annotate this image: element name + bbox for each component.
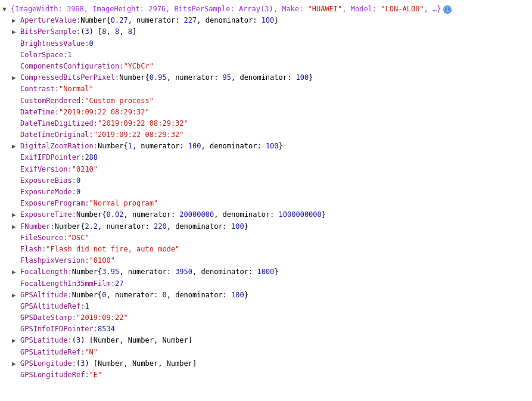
toggle-GPSAltitude[interactable] bbox=[12, 290, 20, 301]
toggle-GPSLongitude[interactable] bbox=[12, 359, 20, 369]
colon-ExifIFDPointer: : bbox=[80, 152, 85, 163]
toggle-FNumber[interactable] bbox=[12, 222, 20, 232]
tree-row-BrightnessValue: BrightnessValue: 0 bbox=[2, 38, 530, 49]
val-string-FlashpixVersion: "0100" bbox=[89, 255, 115, 266]
tree-row-FileSource: FileSource: "DSC" bbox=[2, 232, 530, 244]
val-type-DigitalZoomRation: Number bbox=[98, 141, 123, 152]
tree-row-ColorSpace: ColorSpace: 1 bbox=[2, 49, 530, 61]
val-detail-FNumber: {2.2, numerator: 220, denominator: 100} bbox=[80, 221, 248, 232]
children-container: ApertureValue: Number {0.27, numerator: … bbox=[2, 15, 530, 381]
val-detail-ApertureValue: {0.27, numerator: 227, denominator: 100} bbox=[107, 15, 279, 26]
colon-GPSLongitudeRef: : bbox=[85, 369, 89, 381]
colon-Flash: : bbox=[42, 244, 46, 255]
colon-ExposureMode: : bbox=[72, 186, 76, 198]
val-detail-GPSLongitude: (3) [Number, Number, Number] bbox=[76, 358, 197, 369]
tree-row-DateTimeOriginal: DateTimeOriginal: "2019:09:22 08:29:32" bbox=[2, 129, 530, 141]
key-ExposureProgram: ExposureProgram bbox=[20, 198, 85, 209]
val-detail-ExposureTime: {0.02, numerator: 20000000, denominator:… bbox=[102, 209, 326, 220]
key-ExifVersion: ExifVersion bbox=[20, 164, 67, 175]
tree-row-BitsPerSample: BitsPerSample: (3) [8, 8, 8] bbox=[2, 26, 530, 38]
val-number-FocalLengthIn35mmFilm: 27 bbox=[115, 278, 123, 290]
key-DigitalZoomRation: DigitalZoomRation bbox=[20, 141, 94, 152]
toggle-CompressedBitsPerPixel[interactable] bbox=[12, 73, 20, 83]
val-string-ComponentsConfiguration: "YCbCr" bbox=[123, 61, 154, 72]
toggle-FocalLength[interactable] bbox=[12, 267, 20, 278]
colon-ColorSpace: : bbox=[63, 49, 67, 61]
tree-row-ApertureValue: ApertureValue: Number {0.27, numerator: … bbox=[2, 15, 530, 26]
val-number-GPSAltitudeRef: 1 bbox=[85, 301, 89, 312]
colon-ApertureValue: : bbox=[76, 15, 80, 26]
val-detail-GPSAltitude: {0, numerator: 0, denominator: 100} bbox=[98, 290, 248, 301]
tree-row-FlashpixVersion: FlashpixVersion: "0100" bbox=[2, 255, 530, 266]
colon-GPSAltitude: : bbox=[67, 290, 71, 301]
colon-FlashpixVersion: : bbox=[85, 255, 89, 266]
tree-row-FNumber: FNumber: Number {2.2, numerator: 220, de… bbox=[2, 221, 530, 232]
tree-row-ExifVersion: ExifVersion: "0210" bbox=[2, 164, 530, 175]
colon-FileSource: : bbox=[63, 232, 67, 244]
colon-CustomRendered: : bbox=[80, 95, 85, 107]
toggle-GPSLatitude[interactable] bbox=[12, 335, 20, 346]
val-string-Flash: "Flash did not fire, auto mode" bbox=[46, 244, 179, 255]
val-detail-GPSLatitude: (3) [Number, Number, Number] bbox=[72, 335, 192, 346]
colon-GPSLatitudeRef: : bbox=[80, 347, 85, 358]
tree-row-DigitalZoomRation: DigitalZoomRation: Number {1, numerator:… bbox=[2, 141, 530, 152]
root-make-value: "HUAWEI" bbox=[308, 4, 343, 15]
key-ExposureTime: ExposureTime bbox=[20, 209, 72, 220]
root-model-value: "LON-AL00" bbox=[381, 4, 424, 15]
colon-DateTimeOriginal: : bbox=[89, 129, 94, 141]
key-GPSLatitude: GPSLatitude bbox=[20, 335, 67, 346]
root-row: {ImageWidth: 3968, ImageHeight: 2976, Bi… bbox=[2, 4, 530, 15]
tree-row-GPSLongitude: GPSLongitude: (3) [Number, Number, Numbe… bbox=[2, 358, 530, 369]
val-string-ExposureProgram: "Normal program" bbox=[89, 198, 158, 209]
key-GPSLongitudeRef: GPSLongitudeRef bbox=[20, 369, 85, 381]
tree-row-FocalLength: FocalLength: Number {3.95, numerator: 39… bbox=[2, 266, 530, 278]
tree-row-GPSLongitudeRef: GPSLongitudeRef: "E" bbox=[2, 369, 530, 381]
colon-DigitalZoomRation: : bbox=[94, 141, 98, 152]
toggle-BitsPerSample[interactable] bbox=[12, 27, 20, 38]
tree-row-DateTimeDigitized: DateTimeDigitized: "2019:09:22 08:29:32" bbox=[2, 118, 530, 129]
info-icon[interactable]: ⓘ bbox=[443, 5, 452, 14]
val-string-DateTimeOriginal: "2019:09:22 08:29:32" bbox=[94, 129, 184, 141]
key-ExifIFDPointer: ExifIFDPointer bbox=[20, 152, 80, 163]
colon-FocalLengthIn35mmFilm: : bbox=[111, 278, 115, 290]
val-string-Contrast: "Normal" bbox=[59, 83, 94, 95]
val-string-GPSDateStamp: "2019:09:22" bbox=[76, 312, 128, 324]
colon-ExposureBias: : bbox=[72, 175, 76, 186]
val-number-ExposureMode: 0 bbox=[76, 186, 80, 198]
colon-ExifVersion: : bbox=[67, 164, 71, 175]
root-toggle[interactable] bbox=[2, 4, 11, 15]
colon-GPSLatitude: : bbox=[67, 335, 71, 346]
key-BrightnessValue: BrightnessValue bbox=[20, 38, 85, 49]
tree-row-ExposureBias: ExposureBias: 0 bbox=[2, 175, 530, 186]
key-CustomRendered: CustomRendered bbox=[20, 95, 80, 107]
colon-GPSAltitudeRef: : bbox=[80, 301, 85, 312]
val-type-CompressedBitsPerPixel: Number bbox=[119, 72, 145, 83]
key-FlashpixVersion: FlashpixVersion bbox=[20, 255, 85, 266]
key-GPSLatitudeRef: GPSLatitudeRef bbox=[20, 347, 80, 358]
tree-row-GPSAltitude: GPSAltitude: Number {0, numerator: 0, de… bbox=[2, 290, 530, 301]
toggle-DigitalZoomRation[interactable] bbox=[12, 141, 20, 152]
key-GPSAltitude: GPSAltitude bbox=[20, 290, 67, 301]
key-ColorSpace: ColorSpace bbox=[20, 49, 63, 61]
key-CompressedBitsPerPixel: CompressedBitsPerPixel bbox=[20, 72, 115, 83]
val-number-GPSInfoIFDPointer: 8534 bbox=[98, 324, 115, 335]
tree-row-ExposureMode: ExposureMode: 0 bbox=[2, 186, 530, 198]
colon-DateTime: : bbox=[55, 107, 59, 118]
val-string-GPSLatitudeRef: "N" bbox=[85, 347, 98, 358]
val-detail-FocalLength: {3.95, numerator: 3950, denominator: 100… bbox=[98, 266, 278, 278]
val-type-ExposureTime: Number bbox=[76, 209, 102, 220]
tree-row-GPSLatitudeRef: GPSLatitudeRef: "N" bbox=[2, 347, 530, 358]
toggle-ExposureTime[interactable] bbox=[12, 210, 20, 220]
tree-row-ExposureTime: ExposureTime: Number {0.02, numerator: 2… bbox=[2, 209, 530, 220]
colon-BrightnessValue: : bbox=[85, 38, 89, 49]
colon-FocalLength: : bbox=[67, 266, 71, 278]
key-ComponentsConfiguration: ComponentsConfiguration bbox=[20, 61, 119, 72]
tree-row-CustomRendered: CustomRendered: "Custom process" bbox=[2, 95, 530, 107]
val-string-FileSource: "DSC" bbox=[67, 232, 89, 244]
exif-tree: {ImageWidth: 3968, ImageHeight: 2976, Bi… bbox=[0, 2, 532, 382]
val-type-ApertureValue: Number bbox=[80, 15, 106, 26]
val-number-ColorSpace: 1 bbox=[67, 49, 71, 61]
tree-row-GPSDateStamp: GPSDateStamp: "2019:09:22" bbox=[2, 312, 530, 324]
toggle-ApertureValue[interactable] bbox=[12, 15, 20, 26]
colon-ExposureTime: : bbox=[72, 209, 76, 220]
